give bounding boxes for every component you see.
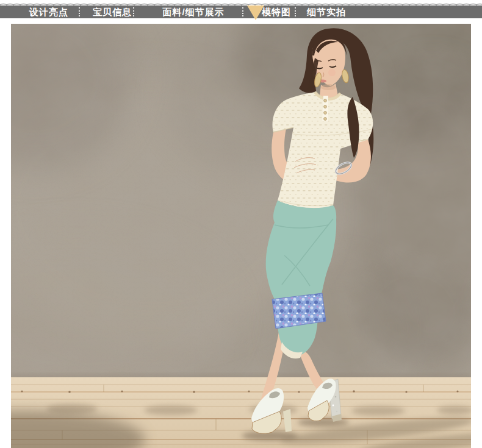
section-tab-bar: 设计亮点 宝贝信息 面料/细节展示 模特图 细节实拍 [0,5,482,18]
tab-product-info[interactable]: 宝贝信息 [93,5,132,18]
wood-floor [11,377,471,448]
tab-separator [79,7,80,16]
tab-separator [133,7,134,16]
tab-model-photos[interactable]: 模特图 [262,5,291,18]
tab-separator [242,7,243,16]
tab-design-highlights[interactable]: 设计亮点 [29,5,68,18]
chain-border-decoration [0,0,482,5]
product-page-section: 设计亮点 宝贝信息 面料/细节展示 模特图 细节实拍 [0,0,482,448]
model-photo-canvas [11,24,471,448]
tab-detail-shots[interactable]: 细节实拍 [307,5,346,18]
backdrop [11,24,471,402]
model-photo [11,24,471,448]
chin-shadow [321,84,336,90]
tab-fabric-details[interactable]: 面料/细节展示 [162,5,224,18]
tab-separator [295,7,296,16]
